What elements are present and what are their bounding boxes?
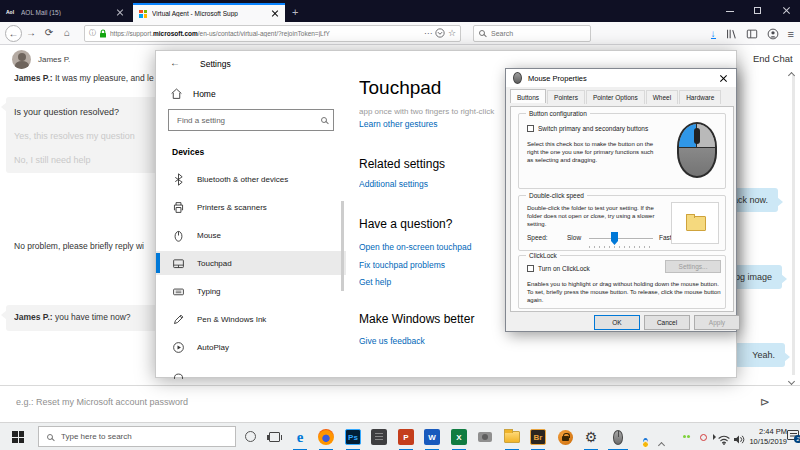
send-icon[interactable]: ⊳ [760,395,770,409]
taskbar-word-icon[interactable]: W [423,428,441,446]
switch-buttons-checkbox[interactable]: Switch primary and secondary buttons [527,125,648,132]
browser-search-box[interactable] [473,25,591,42]
onscreen-touchpad-link[interactable]: Open the on-screen touchpad [359,242,471,252]
reload-icon[interactable]: ⟳ [40,22,58,44]
additional-settings-link[interactable]: Additional settings [359,179,428,189]
sidebar-scrollbar[interactable] [341,201,344,291]
taskbar-lock-app-icon[interactable] [556,428,574,446]
chat-message: James P.: you have time now? [14,312,158,322]
taskbar-settings-gear-icon[interactable]: ⚙ [582,428,600,446]
taskbar-search-box[interactable] [38,426,236,447]
tab-hardware[interactable]: Hardware [679,90,721,104]
checkbox-icon[interactable] [527,125,534,132]
tab-pointers[interactable]: Pointers [547,90,585,104]
apply-button[interactable]: Apply [694,315,740,330]
mouse-properties-dialog: Mouse Properties Buttons Pointers Pointe… [505,68,737,332]
learn-gestures-link[interactable]: Learn other gestures [359,119,437,129]
double-click-test-area[interactable] [671,202,719,244]
pen-icon [172,313,185,326]
settings-search-input[interactable] [175,115,317,126]
forward-icon[interactable]: → [22,22,40,44]
give-feedback-link[interactable]: Give us feedback [359,336,425,346]
close-button[interactable] [772,0,800,22]
taskbar-edge-icon[interactable]: e [291,428,309,446]
sidebar-item-home[interactable]: Home [170,87,216,100]
ok-button[interactable]: OK [594,315,640,330]
help-tray-icon[interactable]: ? [643,438,648,447]
sidebar-item-label: Bluetooth & other devices [197,175,288,184]
close-tab-icon[interactable] [271,10,279,18]
back-icon[interactable]: ← [5,25,22,42]
menu-hamburger-icon[interactable]: ≡ [788,28,794,40]
url-bar[interactable]: ⓘ https://support.microsoft.com/en-us/co… [84,25,461,42]
site-info-icon[interactable]: ⓘ [89,28,96,38]
maximize-button[interactable] [744,0,772,22]
quick-reply-yes[interactable]: Yes, this resolves my question [14,131,158,141]
start-button[interactable] [12,431,24,443]
slider-thumb[interactable] [611,232,618,245]
task-view-icon[interactable] [269,432,280,442]
taskbar-search-input[interactable] [59,431,227,442]
new-tab-button[interactable]: + [292,3,298,21]
page-actions-icon[interactable]: ⋯ [424,29,432,38]
scroll-down-icon[interactable] [788,378,795,385]
taskbar-calculator-icon[interactable] [370,428,388,446]
taskbar-mouse-app-icon[interactable] [609,428,627,446]
dialog-close-icon[interactable] [719,73,729,83]
sidebar-item-touchpad[interactable]: Touchpad [156,251,346,275]
dialog-title-bar[interactable]: Mouse Properties [506,69,736,87]
taskbar-bridge-icon[interactable]: Br [529,428,547,446]
taskbar-clock[interactable]: 2:44 PM 10/15/2019 [741,427,787,447]
get-help-link[interactable]: Get help [359,277,391,287]
taskbar-photoshop-icon[interactable]: Ps [344,428,362,446]
sidebar-item-typing[interactable]: Typing [156,279,346,303]
tab-title: AOL Mail (15) [21,9,111,16]
tab-aol-mail[interactable]: Aol AOL Mail (15) [0,3,130,22]
chat-scrollbar[interactable] [792,75,795,375]
fix-touchpad-link[interactable]: Fix touchpad problems [359,260,445,270]
dialog-buttons: OK Cancel Apply [506,315,736,331]
minimize-button[interactable] [716,0,744,22]
pocket-icon[interactable] [435,28,445,38]
tab-virtual-agent[interactable]: Virtual Agent - Microsoft Supp [133,3,285,22]
sidebar-item-bluetooth[interactable]: Bluetooth & other devices [156,167,346,191]
clicklock-settings-button[interactable]: Settings... [665,260,721,273]
chat-input[interactable] [14,396,704,408]
library-icon[interactable] [725,28,737,40]
sidebar-item-printers[interactable]: Printers & scanners [156,195,346,219]
quick-reply-no[interactable]: No, I still need help [14,155,158,165]
taskbar-excel-icon[interactable]: X [450,428,468,446]
taskbar-camera-icon[interactable] [476,428,494,446]
settings-search-box[interactable] [168,109,334,131]
sidebar-item-mouse[interactable]: Mouse [156,223,346,247]
tab-pointer-options[interactable]: Pointer Options [586,90,645,104]
browser-search-input[interactable] [489,29,585,38]
test-folder-icon[interactable] [686,216,706,231]
slider-track[interactable] [589,238,653,240]
taskbar-file-explorer-icon[interactable] [503,428,521,446]
dialog-tab-page: Button configuration Switch primary and … [510,106,734,312]
close-tab-icon[interactable] [116,9,124,17]
checkbox-icon[interactable] [527,265,534,272]
sidebar-item-label: Pen & Windows Ink [197,315,266,324]
end-chat-link[interactable]: End Chat [753,53,793,64]
sidebar-toggle-icon[interactable] [746,28,758,40]
sidebar-item-pen[interactable]: Pen & Windows Ink [156,307,346,331]
fast-label: Fast [659,234,672,241]
cortana-icon[interactable] [245,431,256,442]
action-center-icon[interactable]: 2 [787,430,799,440]
printer-icon [172,201,185,214]
taskbar-powerpoint-icon[interactable]: P [397,428,415,446]
downloads-icon[interactable]: ↓ [711,29,716,39]
hidden-icons-chevron[interactable] [659,434,664,450]
bookmark-star-icon[interactable]: ☆ [448,28,456,38]
clicklock-checkbox[interactable]: Turn on ClickLock [527,265,590,272]
account-icon[interactable] [767,28,779,40]
home-icon[interactable]: ⌂ [58,22,76,44]
tab-buttons[interactable]: Buttons [510,89,546,103]
tab-wheel[interactable]: Wheel [646,90,678,104]
wifi-icon[interactable] [718,431,730,449]
cancel-button[interactable]: Cancel [644,315,690,330]
taskbar-firefox-icon[interactable] [317,428,335,446]
sidebar-item-autoplay[interactable]: AutoPlay [156,335,346,359]
